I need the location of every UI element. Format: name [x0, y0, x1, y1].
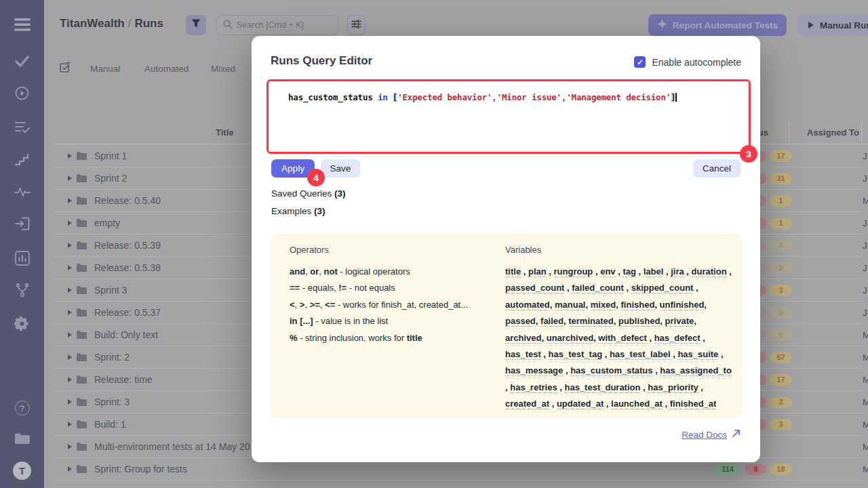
bar-chart-icon[interactable] [0, 251, 44, 266]
search-input[interactable]: Search [Cmd + K] [216, 15, 339, 35]
assigned-to-initial: J [863, 257, 867, 279]
variable-token: env [600, 266, 615, 277]
clipboard-check-icon[interactable] [60, 62, 71, 76]
read-docs-link[interactable]: Read Docs [682, 429, 741, 440]
chevron-right-icon[interactable] [68, 265, 72, 270]
variable-token: with_defect [598, 333, 647, 344]
help-icon[interactable]: ? [0, 401, 44, 415]
assigned-to-initial: M [863, 190, 868, 212]
chevron-right-icon[interactable] [68, 176, 72, 181]
text-cursor [675, 93, 677, 102]
breadcrumb-page[interactable]: Runs [134, 17, 163, 30]
settings-gear-icon[interactable] [0, 316, 44, 331]
breadcrumb: TitanWealth/Runs [60, 17, 163, 30]
save-button[interactable]: Save [321, 159, 360, 178]
modal-title: Runs Query Editor [271, 54, 372, 68]
sparkle-icon [657, 19, 667, 31]
chevron-right-icon[interactable] [68, 444, 72, 449]
tab-automated[interactable]: Automated [144, 64, 189, 74]
skipped-count-badge: 31 [770, 173, 792, 184]
run-title: Sprint 3 [94, 279, 127, 302]
variable-token: manual [555, 300, 586, 310]
manual-run-button[interactable]: Manual Run [797, 14, 868, 36]
chevron-right-icon[interactable] [68, 332, 72, 338]
folder-icon [77, 153, 87, 160]
variable-token: passed_count [505, 283, 564, 293]
funnel-icon [191, 19, 201, 31]
folder-icon [77, 444, 87, 451]
variable-token: has_message [505, 365, 563, 376]
tab-mixed[interactable]: Mixed [211, 64, 235, 74]
runs-query-editor-modal: Runs Query Editor ✓ Enable autocomplete … [252, 36, 760, 462]
assigned-to-initial: J [863, 235, 867, 257]
run-title: Sprint: 2 [94, 346, 130, 369]
chevron-right-icon[interactable] [68, 153, 72, 159]
import-icon[interactable] [0, 217, 44, 230]
enable-autocomplete-control[interactable]: ✓ Enable autocomplete [634, 56, 741, 68]
folder-icon [77, 310, 87, 317]
activity-pulse-icon[interactable] [0, 186, 44, 197]
hamburger-menu-icon[interactable] [0, 18, 44, 31]
chevron-right-icon[interactable] [68, 198, 72, 203]
chevron-right-icon[interactable] [68, 377, 72, 382]
autocomplete-checkbox[interactable]: ✓ [634, 56, 646, 68]
chevron-right-icon[interactable] [68, 422, 72, 427]
chevron-right-icon[interactable] [68, 399, 72, 405]
variable-token: has_test_duration [564, 382, 640, 393]
variable-token: passed [505, 316, 536, 327]
skipped-count-badge: 18 [770, 464, 792, 475]
variable-token: has_priority [648, 382, 698, 393]
failed-count-badge: 8 [745, 464, 766, 475]
skipped-count-badge: 3 [770, 419, 792, 430]
steps-icon[interactable] [0, 154, 44, 166]
annotation-step-4: 4 [307, 169, 325, 186]
chevron-right-icon[interactable] [68, 354, 72, 360]
folder-icon [77, 354, 87, 361]
query-code: has_custom_status in ['Expected behavior… [288, 92, 677, 102]
assigned-to-initial: M [863, 324, 868, 346]
run-title: Release: 0.5.40 [94, 190, 161, 212]
display-settings-button[interactable] [347, 15, 366, 35]
folder-icon [77, 466, 87, 473]
variable-token: failed [540, 316, 564, 327]
folder-icon [77, 287, 87, 294]
assigned-to-initial: J [863, 145, 867, 167]
filter-button[interactable] [186, 15, 206, 35]
run-title: Release: 0.5.39 [94, 235, 161, 257]
chevron-right-icon[interactable] [68, 466, 72, 472]
breadcrumb-project[interactable]: TitanWealth [60, 17, 125, 30]
variable-token: finished [621, 300, 655, 310]
saved-queries-toggle[interactable]: Saved Queries (3) [271, 188, 346, 199]
skipped-count-badge: 3 [770, 396, 792, 408]
plans-list-check-icon[interactable] [0, 121, 44, 134]
chevron-right-icon[interactable] [68, 243, 72, 248]
variable-token: has_retries [510, 382, 557, 393]
variable-token: title [505, 266, 521, 277]
report-automated-tests-button[interactable]: Report Automated Tests [648, 14, 787, 36]
read-docs-label: Read Docs [682, 430, 727, 440]
branches-icon[interactable] [0, 283, 44, 298]
chevron-right-icon[interactable] [68, 287, 72, 293]
projects-folder-icon[interactable] [0, 432, 44, 445]
tab-manual[interactable]: Manual [90, 64, 120, 74]
assigned-to-initial: M [863, 458, 868, 481]
manual-run-label: Manual Run [820, 20, 868, 30]
variable-token: has_custom_status [570, 365, 652, 376]
runs-play-circle-icon[interactable] [0, 86, 44, 100]
variable-token: plan [528, 266, 547, 277]
variable-token: has_defect [654, 333, 701, 344]
skipped-count-badge: 3 [770, 285, 792, 296]
run-title: Release: time [94, 369, 153, 391]
column-divider [861, 122, 862, 142]
cancel-button[interactable]: Cancel [693, 159, 741, 178]
chevron-right-icon[interactable] [68, 220, 72, 226]
variable-token: launched_at [611, 399, 663, 409]
profile-avatar[interactable]: T [0, 462, 44, 480]
skipped-count-badge: 0 [770, 240, 792, 251]
chevron-right-icon[interactable] [68, 310, 72, 315]
examples-toggle[interactable]: Examples (3) [271, 206, 326, 216]
query-editor[interactable]: has_custom_status in ['Expected behavior… [269, 81, 749, 152]
run-title: Sprint: Group for tests [94, 458, 187, 481]
tests-check-icon[interactable] [0, 56, 44, 67]
examples-label: Examples [271, 206, 311, 216]
